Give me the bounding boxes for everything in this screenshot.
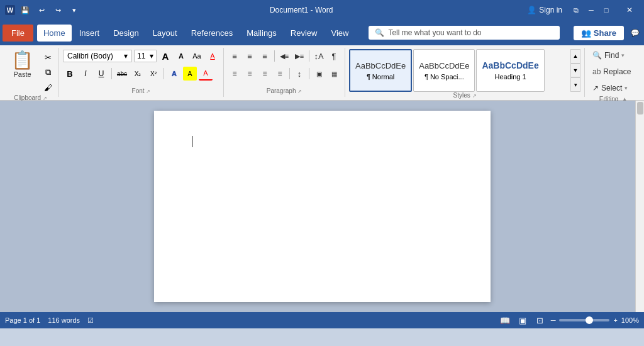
paragraph-content: ≡ ≡ ≡ ◀≡ ▶≡ ↕A ¶ ≡ ≡ ≡ ≡ ↕ [228,49,341,87]
save-button[interactable]: 💾 [19,4,31,16]
clipboard-area: 📋 Paste ✂ ⧉ 🖌 [6,49,55,94]
font-color-button[interactable]: A [199,67,213,81]
styles-expand-button[interactable]: ▾ [570,77,580,92]
document-page[interactable] [154,111,491,302]
format-painter-button[interactable]: 🖌 [41,81,55,94]
design-menu[interactable]: Design [107,25,145,42]
insert-menu[interactable]: Insert [73,25,106,42]
line-spacing-button[interactable]: ↕ [292,67,306,81]
share-icon: 👥 [581,28,591,38]
para-sep3 [289,68,290,79]
page-info: Page 1 of 1 [5,316,40,324]
font-case-button[interactable]: Aa [190,49,204,63]
title-bar-left: W 💾 ↩ ↪ ▾ [5,4,80,16]
styles-scroll-down[interactable]: ▼ [570,64,580,78]
styles-content: AaBbCcDdEe ¶ Normal AaBbCcDdEe ¶ No Spac… [349,49,580,92]
zoom-plus-button[interactable]: + [613,316,617,324]
style-heading1[interactable]: AaBbCcDdEe Heading 1 [476,49,544,92]
redo-button[interactable]: ↪ [52,4,64,16]
layout-menu[interactable]: Layout [147,25,184,42]
references-menu[interactable]: References [185,25,239,42]
text-effects-button[interactable]: A [167,67,181,81]
sort-button[interactable]: ↕A [312,49,326,63]
mailings-menu[interactable]: Mailings [240,25,283,42]
scrollbar-thumb[interactable] [637,102,643,114]
align-left-button[interactable]: ≡ [228,67,242,81]
web-layout-button[interactable]: ⊡ [533,313,547,327]
title-bar: W 💾 ↩ ↪ ▾ Document1 - Word 👤 Sign in ⧉ ─… [0,0,644,20]
paragraph-group: ≡ ≡ ≡ ◀≡ ▶≡ ↕A ¶ ≡ ≡ ≡ ≡ ↕ [224,48,345,97]
font-expand-icon[interactable]: ↗ [146,89,150,94]
undo-button[interactable]: ↩ [35,4,48,16]
zoom-slider[interactable] [559,319,609,321]
style-normal[interactable]: AaBbCcDdEe ¶ Normal [349,49,412,92]
italic-button[interactable]: I [79,67,92,81]
font-grow-button[interactable]: A [158,49,172,63]
status-bar: Page 1 of 1 116 words ☑ 📖 ▣ ⊡ ─ + 100% [0,312,644,328]
font-content: Calibri (Body) ▾ 11 ▾ A A Aa A B I U [63,49,219,87]
sign-in-button[interactable]: 👤 Sign in [522,3,567,17]
decrease-indent-button[interactable]: ◀≡ [277,49,291,63]
minimize-button[interactable]: ─ [585,4,597,16]
proofing-icon[interactable]: ☑ [87,316,94,325]
cut-button[interactable]: ✂ [41,50,55,64]
zoom-minus-button[interactable]: ─ [551,316,556,324]
increase-indent-button[interactable]: ▶≡ [292,49,306,63]
styles-scroll-up[interactable]: ▲ [570,49,580,64]
paragraph-label: Paragraph ↗ [228,87,341,96]
style-no-spacing[interactable]: AaBbCcDdEe ¶ No Spaci... [413,49,475,92]
home-menu[interactable]: Home [37,25,72,42]
clear-formatting-button[interactable]: A [206,49,219,63]
para-sep2 [309,50,309,62]
select-icon: ↗ [592,84,599,92]
zoom-level[interactable]: 100% [621,316,639,324]
subscript-button[interactable]: X₂ [131,67,145,81]
multilevel-list-button[interactable]: ≡ [258,49,272,63]
align-center-button[interactable]: ≡ [243,67,257,81]
separator2 [164,68,164,79]
highlight-button[interactable]: A [183,67,197,81]
zoom-thumb[interactable] [586,316,593,324]
select-button[interactable]: ↗ Select ▾ [589,82,631,94]
borders-button[interactable]: ▦ [327,67,341,81]
vertical-scrollbar[interactable] [635,101,644,312]
paragraph-row-2: ≡ ≡ ≡ ≡ ↕ ▣ ▦ [228,67,341,81]
menu-bar-right: 👥 Share 💬 [574,26,641,40]
underline-button[interactable]: U [94,67,108,81]
tell-me-search[interactable]: 🔍 Tell me what you want to do [369,26,559,40]
file-menu[interactable]: File [3,25,33,42]
paragraph-expand-icon[interactable]: ↗ [297,89,302,94]
view-menu[interactable]: View [325,25,355,42]
font-shrink-button[interactable]: A [174,49,188,63]
numbering-button[interactable]: ≡ [243,49,257,63]
ribbon: 📋 Paste ✂ ⧉ 🖌 Clipboard ↗ [0,45,644,101]
clipboard-content: 📋 Paste ✂ ⧉ 🖌 [6,49,55,94]
maximize-button[interactable]: □ [600,4,613,16]
share-button[interactable]: 👥 Share [574,26,624,40]
paste-button[interactable]: 📋 Paste [6,49,38,81]
superscript-button[interactable]: X² [147,67,160,81]
align-right-button[interactable]: ≡ [258,67,272,81]
restore-button[interactable]: ⧉ [570,4,582,16]
shading-button[interactable]: ▣ [312,67,326,81]
show-formatting-button[interactable]: ¶ [327,49,341,63]
styles-expand-icon[interactable]: ↗ [472,93,477,99]
document-title: Document1 - Word [80,6,522,14]
bullets-button[interactable]: ≡ [228,49,242,63]
justify-button[interactable]: ≡ [273,67,287,81]
font-name-dropdown[interactable]: Calibri (Body) ▾ [63,50,132,62]
document-area[interactable] [0,101,644,312]
font-size-dropdown[interactable]: 11 ▾ [134,50,157,62]
print-layout-button[interactable]: ▣ [516,313,530,327]
clipboard-small-buttons: ✂ ⧉ 🖌 [41,50,55,94]
read-mode-button[interactable]: 📖 [498,313,512,327]
find-button[interactable]: 🔍 Find ▾ [589,49,628,62]
copy-button[interactable]: ⧉ [41,65,55,79]
bold-button[interactable]: B [63,67,77,81]
customize-qat-button[interactable]: ▾ [68,4,80,16]
strikethrough-button[interactable]: abc [115,67,129,81]
comment-button[interactable]: 💬 [629,26,641,39]
close-button[interactable]: ✕ [615,0,644,20]
review-menu[interactable]: Review [284,25,324,42]
replace-button[interactable]: ab Replace [589,65,635,78]
